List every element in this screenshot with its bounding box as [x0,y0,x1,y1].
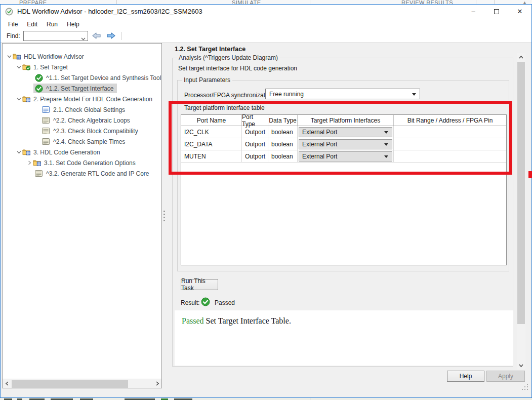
sync-value: Free running [269,91,304,98]
list-icon [42,117,51,124]
window-title: HDL Workflow Advisor - hdlcoder_I2C_ssm2… [17,8,202,15]
table-cell [394,150,506,162]
table-cell: Outport [242,150,268,162]
folder-icon [22,95,31,103]
result-message: Passed Set Target Interface Table. [182,316,513,326]
sync-label: Processor/FPGA synchronization: [184,92,275,99]
scroll-left-icon[interactable] [3,379,11,388]
table-body: I2C_CLKOutportbooleanExternal PortI2C_DA… [181,126,506,163]
toolstrip-separator [476,0,476,4]
tree-item-label: HDL Workflow Advisor [24,53,84,60]
tree-item-3-1-set-code-generation-options[interactable]: 3.1. Set Code Generation Options [3,157,161,168]
table-cell: boolean [268,126,298,138]
dropdown-arrow-icon [384,131,388,134]
scrollbar-thumb[interactable] [517,62,525,324]
table-cell: boolean [268,138,298,150]
toolstrip-tab-simulate: SIMULATE [232,0,261,4]
tree-item-2-4-check-sample-times[interactable]: ^2.4. Check Sample Times [3,136,161,147]
splitter-grip[interactable] [163,220,165,221]
column-header: Target Platform Interfaces [298,115,394,126]
scroll-down-icon[interactable] [517,361,525,370]
interface-value: External Port [302,129,337,136]
screen: PREPARE SIMULATE REVIEW RESULTS ▲ HDL Wo… [0,0,532,400]
tree-item-hdl-workflow-advisor[interactable]: HDL Workflow Advisor [3,51,161,62]
table-cell: MUTEN [181,150,242,162]
app-icon [5,8,13,16]
analysis-group-label: Analysis (^Triggers Update Diagram) [177,54,280,61]
tree-item-3-hdl-code-generation[interactable]: 3. HDL Code Generation [3,147,161,157]
interface-dropdown[interactable]: External Port [299,139,392,149]
task-title: 1.2. Set Target Interface [175,46,245,53]
panel-vertical-scrollbar[interactable] [517,53,525,370]
splitter-grip[interactable] [163,211,165,212]
dropdown-arrow-icon [384,155,388,158]
tree-horizontal-scrollbar[interactable] [3,379,161,388]
scroll-right-icon[interactable] [153,379,161,388]
target-platform-interface-table: Port NamePort TypeData TypeTarget Platfo… [181,114,507,265]
scroll-up-icon[interactable] [517,53,525,61]
tree-item-2-2-check-algebraic-loops[interactable]: ^2.2. Check Algebraic Loops [3,115,161,126]
check-icon [35,85,44,93]
find-combobox[interactable] [23,31,88,41]
tree-item-1-set-target[interactable]: 1. Set Target [3,62,161,72]
interface-dropdown[interactable]: External Port [299,127,392,137]
sync-dropdown[interactable]: Free running [265,89,420,99]
toolstrip-separator [494,0,495,4]
help-button[interactable]: Help [447,371,484,382]
combo-chevron-down-icon[interactable] [81,35,86,42]
maximize-button[interactable] [485,5,508,18]
title-bar[interactable]: HDL Workflow Advisor - hdlcoder_I2C_ssm2… [1,5,531,18]
workflow-tree: HDL Workflow Advisor1. Set Target^1.1. S… [3,51,161,179]
tree-item-1-1-set-target-device-and-synthesis-tool[interactable]: ^1.1. Set Target Device and Synthesis To… [3,72,161,83]
dropdown-arrow-icon [384,143,388,146]
apply-button[interactable]: Apply [486,371,525,382]
tree-item-2-prepare-model-for-hdl-code-generation[interactable]: 2. Prepare Model For HDL Code Generation [3,94,161,104]
resize-grip[interactable] [522,384,529,391]
folder-icon [33,159,42,167]
tree-item-label: ^3.2. Generate RTL Code and IP Core [46,170,149,177]
toolstrip-collapse-icon: ▲ [522,0,527,4]
table-cell: boolean [268,150,298,162]
column-header: Bit Range / Address / FPGA Pin [394,115,506,126]
scrollbar-thumb[interactable] [12,380,128,388]
splitter-grip[interactable] [163,217,165,218]
close-button[interactable]: ✕ [508,5,531,18]
find-previous-icon[interactable] [91,32,102,40]
menu-file[interactable]: File [4,19,22,29]
table-cell: I2C_DATA [181,138,242,150]
tree-item-label: 2. Prepare Model For HDL Code Generation [33,96,152,103]
splitter-grip[interactable] [163,214,165,215]
tree-item-2-3-check-block-compatibility[interactable]: ^2.3. Check Block Compatibility [3,126,161,136]
table-header: Port NamePort TypeData TypeTarget Platfo… [181,115,506,126]
tree-item-2-1-check-global-settings[interactable]: 2.1. Check Global Settings [3,104,161,115]
tree-item-label: ^1.2. Set Target Interface [46,85,114,92]
table-cell: Outport [242,126,268,138]
table-cell [394,126,506,138]
tree-item-label: ^2.2. Check Algebraic Loops [53,117,130,124]
column-header: Data Type [268,115,298,126]
result-label: Result: [181,299,199,306]
toolbar-separator [121,32,122,40]
interface-dropdown[interactable]: External Port [299,151,392,162]
result-message-text: Set Target Interface Table. [204,316,291,325]
folder-icon [22,148,31,156]
tree-item-label: 2.1. Check Global Settings [53,106,125,113]
run-this-task-button[interactable]: Run This Task [181,279,218,290]
tree-item-label: ^2.3. Check Block Compatibility [53,128,138,135]
minimize-button[interactable]: – [462,5,485,18]
find-next-icon[interactable] [105,32,116,40]
interface-value: External Port [302,141,337,148]
input-group-label: Input Parameters [182,76,232,84]
menu-help[interactable]: Help [62,19,84,29]
menu-run[interactable]: Run [42,19,62,29]
find-input[interactable] [25,32,78,40]
tree-item-1-2-set-target-interface[interactable]: ^1.2. Set Target Interface [3,83,161,94]
column-header: Port Type [242,115,268,126]
tree-item-label: ^2.4. Check Sample Times [53,138,125,145]
background-toolstrip: PREPARE SIMULATE REVIEW RESULTS ▲ [0,0,532,4]
menu-edit[interactable]: Edit [22,19,42,29]
tree-item-3-2-generate-rtl-code-and-ip-core[interactable]: ^3.2. Generate RTL Code and IP Core [3,168,161,179]
column-header: Port Name [181,115,242,126]
find-label: Find: [7,32,20,39]
result-message-status: Passed [182,316,204,325]
